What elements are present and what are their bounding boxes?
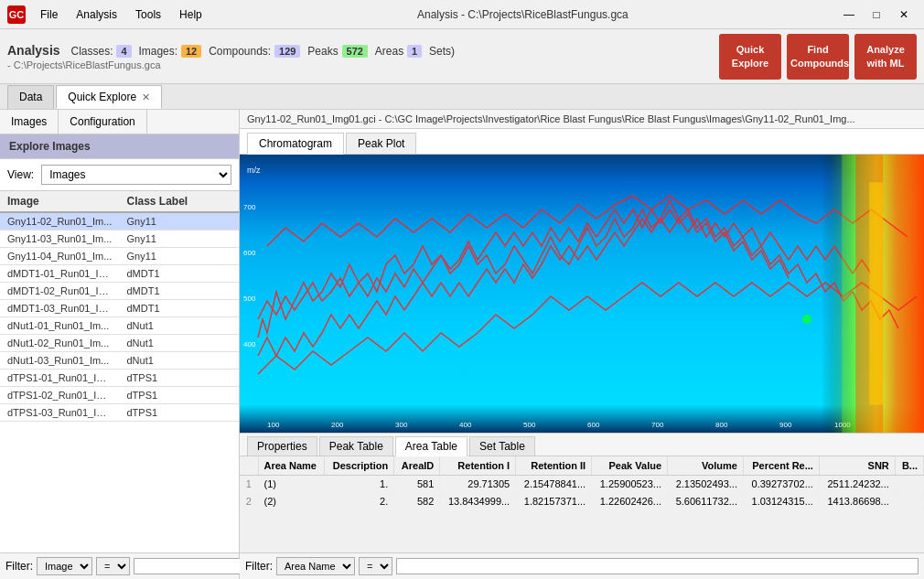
table-row[interactable]: dTPS1-01_Run01_Im... dTPS1 [0, 370, 239, 387]
table-row[interactable]: dNut1-02_Run01_Im... dNut1 [0, 335, 239, 352]
window-controls: — □ ✕ [836, 5, 917, 24]
cell-b [895, 493, 923, 510]
table-row[interactable]: Gny11-04_Run01_Im... Gny11 [0, 248, 239, 265]
col-area-name: Area Name [258, 456, 325, 476]
col-idx [240, 456, 258, 476]
bottom-filter-value-input[interactable] [396, 558, 919, 574]
cell-ret2: 2.15478841... [516, 476, 592, 493]
filter-type-dropdown[interactable]: Image [37, 557, 92, 575]
menu-help[interactable]: Help [172, 5, 210, 25]
main-content: Images Configuration Explore Images View… [0, 110, 924, 579]
analyze-ml-button[interactable]: Analyzewith ML [854, 34, 917, 80]
cell-vol: 2.13502493... [668, 476, 744, 493]
view-tab-chromatogram[interactable]: Chromatogram [247, 133, 344, 155]
analysis-header: Analysis Classes: 4 Images: 12 Compounds… [0, 29, 924, 84]
cell-pct: 1.03124315... [743, 493, 819, 510]
bottom-filter-eq-dropdown[interactable]: = [359, 557, 392, 575]
col-pct: Percent Re... [743, 456, 819, 476]
bottom-area: Properties Peak Table Area Table Set Tab… [240, 433, 924, 579]
cell-image: dMDT1-01_Run01_Im... [0, 265, 120, 282]
col-image: Image [0, 191, 120, 211]
svg-rect-19 [869, 182, 883, 404]
filter-label: Filter: [5, 560, 33, 573]
cell-class: Gny11 [120, 213, 240, 230]
tab-properties[interactable]: Properties [247, 436, 317, 456]
analysis-info: Analysis Classes: 4 Images: 12 Compounds… [7, 43, 719, 70]
cell-desc: 2. [325, 493, 394, 510]
cell-image: dTPS1-01_Run01_Im... [0, 370, 120, 386]
table-row[interactable]: dNut1-03_Run01_Im... dNut1 [0, 352, 239, 370]
maximize-button[interactable]: □ [864, 5, 889, 24]
bottom-filter-type-dropdown[interactable]: Area Name [276, 557, 355, 575]
tab-set-table[interactable]: Set Table [469, 436, 535, 456]
minimize-button[interactable]: — [836, 5, 862, 24]
svg-text:m/z: m/z [247, 166, 261, 175]
left-panel-tabs: Images Configuration [0, 110, 239, 134]
table-row[interactable]: Gny11-02_Run01_Im... Gny11 [0, 213, 239, 231]
cell-class: dNut1 [120, 317, 240, 334]
cell-class: dMDT1 [120, 265, 240, 282]
col-areaid: AreaID [394, 456, 440, 476]
col-ret2: Retention II [516, 456, 592, 476]
left-tab-configuration[interactable]: Configuration [59, 110, 146, 134]
cell-peak: 1.22602426... [592, 493, 668, 510]
compounds-label: Compounds: [209, 45, 271, 58]
table-row[interactable]: dTPS1-02_Run01_Im... dTPS1 [0, 387, 239, 404]
bottom-filter: Filter: Area Name = [240, 552, 924, 579]
table-row[interactable]: 2 (2) 2. 582 13.8434999... 1.82157371...… [240, 493, 924, 510]
classes-count: 4 [116, 45, 131, 58]
view-tab-peak-plot[interactable]: Peak Plot [346, 133, 416, 154]
cell-class: dNut1 [120, 335, 240, 351]
tab-area-table[interactable]: Area Table [395, 436, 467, 456]
cell-class: dNut1 [120, 352, 240, 369]
cell-desc: 1. [325, 476, 394, 493]
col-peak: Peak Value [592, 456, 668, 476]
table-row[interactable]: 1 (1) 1. 581 29.71305 2.15478841... 1.25… [240, 476, 924, 493]
cell-snr: 1413.86698... [819, 493, 895, 510]
tab-quick-explore[interactable]: Quick Explore ✕ [56, 85, 162, 109]
cell-class: dTPS1 [120, 370, 240, 386]
quick-explore-button[interactable]: QuickExplore [719, 34, 781, 80]
col-ret1: Retention I [440, 456, 516, 476]
svg-text:500: 500 [243, 295, 256, 303]
table-row[interactable]: dNut1-01_Run01_Im... dNut1 [0, 317, 239, 335]
table-row[interactable]: dTPS1-03_Run01_Im... dTPS1 [0, 404, 239, 422]
close-button[interactable]: ✕ [891, 5, 917, 24]
chromatogram-svg: m/z 700 600 500 400 100 200 300 400 500 … [240, 155, 924, 433]
col-snr: SNR [819, 456, 895, 476]
cell-class: dTPS1 [120, 404, 240, 421]
menu-tools[interactable]: Tools [128, 5, 168, 25]
sets-label: Sets) [429, 45, 455, 58]
tab-close-icon[interactable]: ✕ [142, 91, 150, 103]
menu-analysis[interactable]: Analysis [69, 5, 124, 25]
svg-text:500: 500 [523, 421, 536, 429]
svg-text:600: 600 [243, 249, 256, 257]
table-row[interactable]: Gny11-03_Run01_Im... Gny11 [0, 231, 239, 248]
table-row[interactable]: dMDT1-01_Run01_Im... dMDT1 [0, 265, 239, 283]
left-tab-images[interactable]: Images [0, 110, 59, 134]
menu-file[interactable]: File [33, 5, 65, 25]
cell-vol: 5.60611732... [668, 493, 744, 510]
table-row[interactable]: dMDT1-02_Run01_Im... dMDT1 [0, 283, 239, 300]
svg-text:700: 700 [651, 421, 664, 429]
tab-quick-explore-label: Quick Explore [68, 91, 136, 103]
file-path: Gny11-02_Run01_Img01.gci - C:\GC Image\P… [240, 110, 924, 129]
view-label: View: [7, 168, 34, 181]
bottom-filter-label: Filter: [245, 560, 273, 573]
cell-image: Gny11-02_Run01_Im... [0, 213, 120, 230]
cell-pct: 0.39273702... [743, 476, 819, 493]
tab-data[interactable]: Data [7, 85, 54, 109]
images-count: 12 [181, 45, 201, 58]
col-vol: Volume [668, 456, 744, 476]
cell-image: dNut1-02_Run01_Im... [0, 335, 120, 351]
cell-image: dTPS1-03_Run01_Im... [0, 404, 120, 421]
filter-eq-dropdown[interactable]: = [96, 557, 130, 575]
tab-peak-table[interactable]: Peak Table [319, 436, 393, 456]
find-compounds-button[interactable]: FindCompounds [787, 34, 849, 80]
view-dropdown[interactable]: Images [41, 165, 231, 185]
table-row[interactable]: dMDT1-03_Run01_Im... dMDT1 [0, 300, 239, 317]
cell-class: dMDT1 [120, 300, 240, 316]
svg-text:600: 600 [587, 421, 600, 429]
svg-text:400: 400 [459, 421, 472, 429]
cell-id: 581 [394, 476, 440, 493]
